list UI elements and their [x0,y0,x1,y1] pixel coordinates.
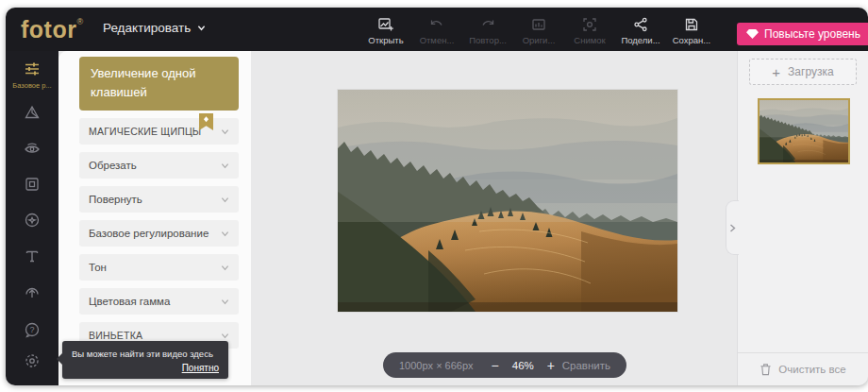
save-icon [683,16,700,33]
section-label: Тон [89,262,107,273]
settings-button[interactable] [23,351,42,374]
uploads-panel: + Загрузка Очистить все [737,51,868,385]
upgrade-label: Повысьте уровень [764,27,860,41]
section-crop[interactable]: Обрезать [79,152,239,179]
upgrade-button[interactable]: Повысьте уровень [737,23,868,45]
clear-all-label: Очистить все [778,364,845,375]
text-tool-icon [23,247,42,265]
share-icon [632,16,649,33]
tooltip-text: Вы можете найти эти видео здесь [72,349,219,359]
original-label: Ориги... [523,35,556,45]
one-tap-enhance-button[interactable]: Увеличение одной клавишей [79,57,239,111]
svg-text:?: ? [29,325,34,334]
open-button[interactable]: Открыть [360,12,411,45]
sidebar-item-effects[interactable] [23,103,42,126]
redo-icon [479,16,496,33]
save-label: Сохран... [673,35,711,45]
settings-gear-icon [23,351,42,370]
snapshot-icon [581,16,598,33]
app-window: fotor® Редактировать Открыть Отмен... По… [6,8,868,385]
registered-mark: ® [76,17,83,26]
chevron-down-icon [221,230,229,238]
image-thumbnail[interactable] [758,98,850,164]
zoom-out-button[interactable]: − [490,358,501,373]
help-icon: ? [23,320,42,339]
redo-button[interactable]: Повтор... [462,12,513,45]
original-icon [530,16,547,33]
sidebar-footer: ? [23,320,42,374]
video-help-tooltip: Вы можете найти эти видео здесь Понятно [62,341,228,379]
bookmark-icon [199,113,213,130]
edit-panel: Увеличение одной клавишей МАГИЧЕСКИЕ ЩИП… [58,51,251,385]
collapse-panel-handle[interactable] [726,200,739,255]
undo-label: Отмен... [420,35,455,45]
section-label: МАГИЧЕСКИЕ ЩИПЦЫ [89,126,201,137]
zoom-in-button[interactable]: + [545,358,557,373]
section-magic-clippers[interactable]: МАГИЧЕСКИЕ ЩИПЦЫ [79,118,239,145]
tool-sidebar: Базовое р... ? [6,51,58,385]
tooltip-arrow [57,353,62,365]
top-nav: fotor® Редактировать Открыть Отмен... По… [6,8,868,51]
chevron-down-icon [221,196,229,204]
section-label: Базовое регулирование [89,228,209,239]
cloud-upload-icon [23,282,42,301]
toolbar: Открыть Отмен... Повтор... Ориги... Сним… [360,12,717,45]
zoom-bar: 1000px × 666px − 46% + Сравнить [383,352,626,378]
beauty-eye-icon [23,139,42,158]
upload-button[interactable]: + Загрузка [749,59,857,85]
canvas-area: 1000px × 666px − 46% + Сравнить [251,51,737,385]
upload-label: Загрузка [788,65,834,78]
chevron-down-icon [221,128,229,136]
help-button[interactable]: ? [23,320,42,343]
redo-label: Повтор... [469,35,507,45]
plus-icon: + [772,64,780,80]
frames-icon [23,175,42,194]
chevron-down-icon [197,24,206,32]
sidebar-item-basic-edit[interactable]: Базовое р... [12,51,51,90]
effects-prism-icon [23,103,42,122]
tooltip-dismiss-link[interactable]: Понятно [72,363,219,373]
share-button[interactable]: Подели... [615,12,666,45]
section-label: Повернуть [89,194,142,205]
trash-icon [760,363,772,376]
sidebar-active-label: Базовое р... [12,81,51,90]
zoom-level: 46% [512,360,534,371]
clear-all-button[interactable]: Очистить все [738,352,868,385]
main-body: Базовое р... ? [6,51,868,385]
compare-button[interactable]: Сравнить [562,360,610,371]
sidebar-item-frames[interactable] [23,175,42,197]
section-label: Обрезать [89,160,137,171]
sidebar-item-stickers[interactable] [23,211,42,233]
section-rotate[interactable]: Повернуть [79,186,239,213]
chevron-down-icon [221,264,229,272]
section-color-gamma[interactable]: Цветовая гамма [79,288,239,315]
chevron-down-icon [221,298,229,306]
open-image-icon [377,16,394,33]
chevron-right-icon [729,224,736,232]
gem-icon [746,28,759,40]
section-tone[interactable]: Тон [79,254,239,281]
share-label: Подели... [621,35,659,45]
section-label: Цветовая гамма [89,296,170,307]
image-size-label: 1000px × 666px [399,360,474,371]
chevron-down-icon [221,162,229,170]
section-basic-adjust[interactable]: Базовое регулирование [79,220,239,247]
snapshot-label: Снимок [574,35,605,45]
undo-button[interactable]: Отмен... [411,12,462,45]
snapshot-button[interactable]: Снимок [564,12,615,45]
edit-menu[interactable]: Редактировать [103,21,206,35]
save-button[interactable]: Сохран... [666,12,717,45]
fotor-logo[interactable]: fotor® [21,16,84,43]
sticker-icon [23,211,42,230]
logo-text: fotor [21,16,76,43]
open-label: Открыть [368,35,403,45]
sidebar-item-text[interactable] [23,247,42,269]
undo-icon [428,16,445,33]
adjust-sliders-icon [23,60,42,78]
section-label: ВИНЬЕТКА [89,330,142,341]
sidebar-item-upload[interactable] [23,282,42,305]
edit-menu-label: Редактировать [103,21,191,35]
original-button[interactable]: Ориги... [513,12,564,45]
sidebar-item-beauty[interactable] [23,139,42,162]
edited-photo[interactable] [338,90,677,312]
